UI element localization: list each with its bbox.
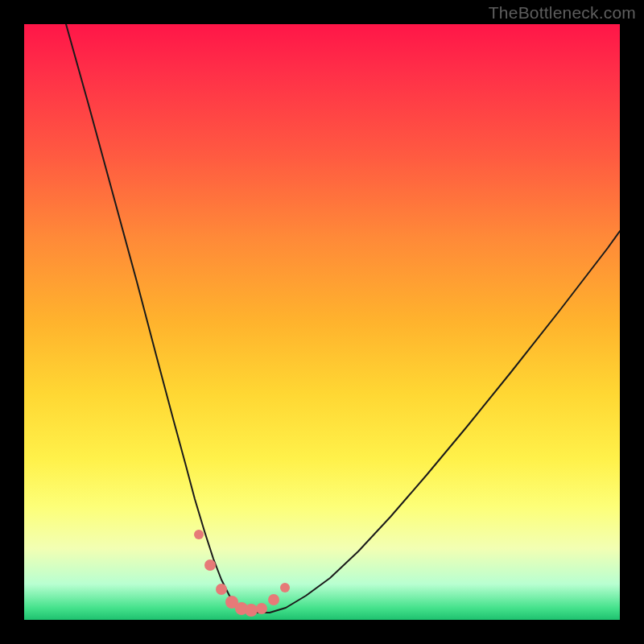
bottleneck-curve	[66, 24, 620, 613]
marker-dot	[256, 603, 267, 614]
watermark-text: TheBottleneck.com	[489, 3, 636, 23]
marker-dot	[204, 559, 216, 571]
plot-area	[24, 24, 620, 620]
marker-dot	[245, 604, 258, 617]
marker-dot	[268, 594, 279, 605]
chart-svg	[24, 24, 620, 620]
marker-dot	[194, 530, 204, 539]
chart-frame: TheBottleneck.com	[0, 0, 644, 644]
marker-dot	[280, 583, 290, 592]
marker-dot	[216, 584, 227, 595]
